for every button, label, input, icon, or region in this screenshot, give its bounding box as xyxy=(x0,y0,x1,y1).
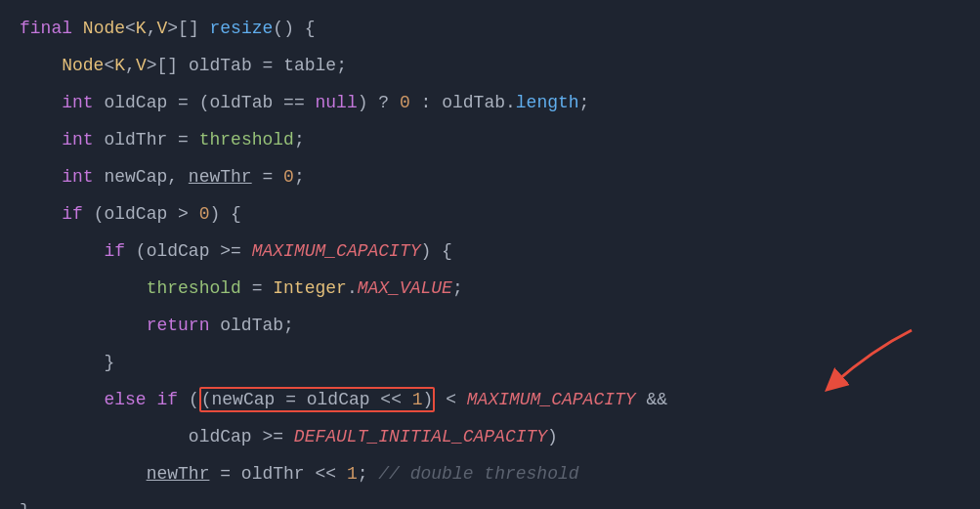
code-line-6: if (oldCap > 0) { xyxy=(20,195,960,233)
code-line-9: return oldTab; xyxy=(20,307,960,344)
code-line-11: else if ((newCap = oldCap << 1) < MAXIMU… xyxy=(20,381,960,418)
code-line-3: int oldCap = (oldTab == null) ? 0 : oldT… xyxy=(20,84,960,121)
code-line-14: } xyxy=(20,492,960,509)
code-line-13: newThr = oldThr << 1; // double threshol… xyxy=(20,455,960,492)
code-line-1: final Node<K,V>[] resize() { xyxy=(20,10,960,47)
code-line-5: int newCap, newThr = 0; xyxy=(20,158,960,195)
code-line-12: oldCap >= DEFAULT_INITIAL_CAPACITY) xyxy=(20,418,960,455)
code-line-4: int oldThr = threshold; xyxy=(20,121,960,158)
code-line-10: } xyxy=(20,344,960,381)
code-line-7: if (oldCap >= MAXIMUM_CAPACITY) { xyxy=(20,233,960,270)
code-line-2: Node<K,V>[] oldTab = table; xyxy=(20,47,960,84)
code-line-8: threshold = Integer.MAX_VALUE; xyxy=(20,270,960,307)
code-editor: final Node<K,V>[] resize() { Node<K,V>[]… xyxy=(0,10,980,509)
